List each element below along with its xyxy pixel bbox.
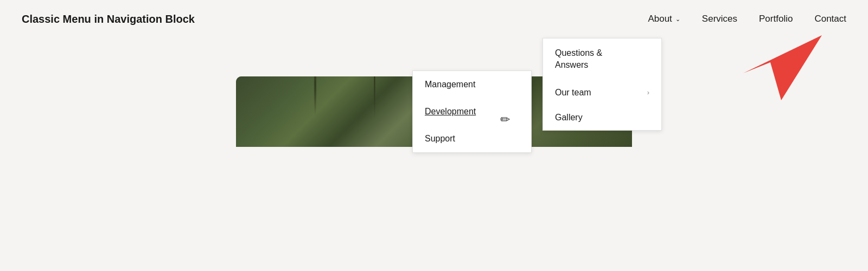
services-support-item[interactable]: Support: [413, 125, 531, 152]
services-development-item[interactable]: Development: [413, 98, 531, 125]
contact-link[interactable]: Contact: [814, 14, 846, 24]
site-title: Classic Menu in Navigation Block: [22, 13, 195, 25]
portfolio-link[interactable]: Portfolio: [759, 14, 793, 24]
nav-item-about[interactable]: About ⌄: [648, 14, 680, 24]
team-label: Our team: [555, 88, 591, 98]
about-qa-item[interactable]: Questions &Answers: [543, 38, 661, 80]
dropdown-services: Management Development Support: [412, 70, 532, 153]
chevron-right-icon: ›: [647, 88, 649, 96]
main-nav: About ⌄ Services Portfolio Contact: [648, 14, 846, 24]
nav-item-portfolio[interactable]: Portfolio: [759, 14, 793, 24]
gallery-label: Gallery: [555, 113, 583, 122]
qa-label: Questions &Answers: [555, 47, 602, 72]
svg-marker-0: [743, 35, 822, 100]
chevron-down-icon: ⌄: [675, 16, 680, 23]
services-link[interactable]: Services: [702, 14, 737, 24]
about-label: About: [648, 14, 672, 24]
nav-links: About ⌄ Services Portfolio Contact: [648, 14, 846, 24]
about-gallery-item[interactable]: Gallery: [543, 105, 661, 130]
dropdown-about: Questions &Answers Our team › Gallery: [542, 38, 662, 131]
services-management-item[interactable]: Management: [413, 71, 531, 98]
nav-item-services[interactable]: Services: [702, 14, 737, 24]
about-team-item[interactable]: Our team ›: [543, 80, 661, 105]
about-nav-button[interactable]: About ⌄: [648, 14, 680, 24]
nav-item-contact[interactable]: Contact: [814, 14, 846, 24]
